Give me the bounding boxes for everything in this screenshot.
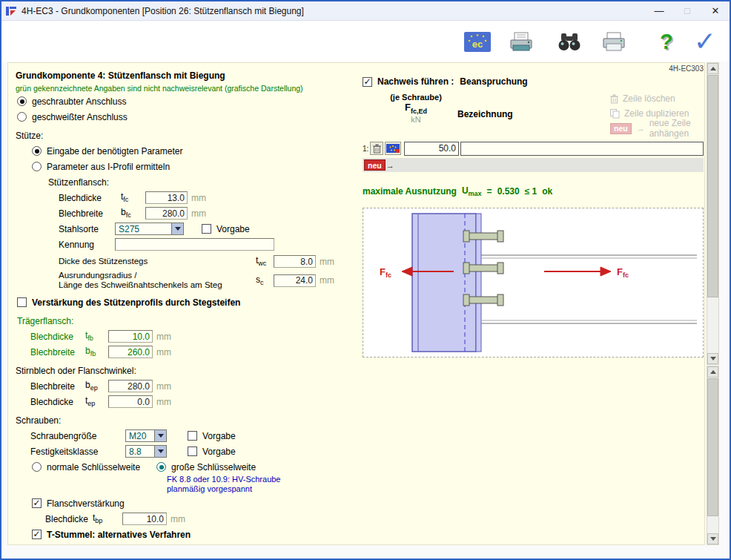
append-row-action[interactable]: neu → neue Zeile anhängen bbox=[610, 121, 705, 136]
scroll-down-icon[interactable] bbox=[707, 533, 718, 544]
klasse-vorgabe-checkbox[interactable] bbox=[188, 447, 197, 456]
duplicate-row-label: Zeile duplizieren bbox=[624, 108, 689, 119]
tep-symbol: tep bbox=[85, 395, 108, 407]
radio-grosse-schluesselweite[interactable] bbox=[156, 462, 166, 472]
radio-normale-label: normale Schlüsselweite bbox=[47, 462, 140, 472]
flanschverstaerkung-label: Flanschverstärkung bbox=[47, 498, 125, 509]
tstummel-label: T-Stummel: alternatives Verfahren bbox=[47, 530, 191, 540]
eu-flag-button[interactable] bbox=[385, 142, 401, 155]
stegsteifen-checkbox[interactable] bbox=[17, 297, 27, 307]
bfb-input[interactable] bbox=[108, 346, 153, 358]
print-list-button[interactable] bbox=[509, 30, 535, 53]
bezeichnung-input[interactable] bbox=[460, 142, 704, 156]
scroll-up-icon[interactable] bbox=[707, 366, 718, 378]
festigkeitsklasse-value: 8.8 bbox=[126, 446, 154, 457]
dropdown-arrow-icon[interactable] bbox=[171, 223, 183, 234]
scroll-up-icon[interactable] bbox=[707, 63, 718, 74]
tfc-label: Blechdicke bbox=[59, 193, 121, 203]
scrollbar-thumb[interactable] bbox=[707, 378, 718, 516]
scrollbar-lower[interactable] bbox=[707, 366, 719, 545]
force-label-right: Ffc bbox=[617, 266, 629, 279]
input-panel: Grundkomponente 4: Stützenflansch mit Bi… bbox=[16, 69, 360, 542]
result-label: maximale Ausnutzung bbox=[363, 186, 457, 197]
radio-normale-schluesselweite[interactable] bbox=[32, 462, 42, 472]
append-row-bar: neu → bbox=[363, 158, 704, 172]
schraubengroesse-value: M20 bbox=[126, 430, 154, 441]
search-button[interactable] bbox=[556, 30, 583, 53]
nachweis-value: Beanspruchung bbox=[460, 76, 527, 87]
force-column-header: (je Schraube) Ffc,Ed kN bbox=[370, 93, 462, 124]
confirm-button[interactable]: ✓ bbox=[694, 26, 716, 57]
tfb-unit: mm bbox=[156, 332, 171, 342]
row-delete-button[interactable] bbox=[370, 142, 383, 155]
nachweis-checkbox[interactable] bbox=[363, 77, 372, 87]
kennung-input[interactable] bbox=[115, 238, 274, 251]
close-button[interactable]: ✕ bbox=[701, 1, 730, 21]
hv-note: FK 8.8 oder 10.9: HV-Schraubeplanmäßig v… bbox=[167, 475, 360, 494]
dropdown-arrow-icon[interactable] bbox=[154, 430, 166, 441]
bep-input[interactable] bbox=[108, 380, 153, 392]
radio-from-profile[interactable] bbox=[32, 162, 42, 171]
stahlsorte-vorgabe-checkbox[interactable] bbox=[202, 224, 211, 234]
stegsteifen-label: Verstärkung des Stützenprofils durch Ste… bbox=[32, 297, 240, 308]
stahlsorte-select[interactable]: S275 bbox=[115, 223, 184, 235]
result-value: 0.530 bbox=[497, 186, 520, 197]
neu-button[interactable]: neu bbox=[364, 159, 386, 171]
twc-unit: mm bbox=[320, 257, 334, 267]
eu-flag-icon bbox=[386, 144, 400, 153]
tbp-symbol: tbp bbox=[93, 513, 122, 524]
stuetze-section-label: Stütze: bbox=[16, 128, 360, 143]
bfb-symbol: bfb bbox=[85, 346, 108, 358]
minimize-button[interactable]: — bbox=[645, 1, 673, 21]
delete-row-action[interactable]: Zeile löschen bbox=[610, 91, 705, 106]
dropdown-arrow-icon[interactable] bbox=[154, 446, 166, 457]
radio-param-input[interactable] bbox=[32, 146, 42, 156]
stirnblech-section-label: Stirnblech oder Flanschwinkel: bbox=[16, 363, 360, 378]
tstummel-checkbox[interactable] bbox=[32, 530, 42, 539]
maximize-button[interactable]: □ bbox=[673, 1, 701, 21]
eu-ec-icon: ec bbox=[464, 32, 491, 52]
tep-input[interactable] bbox=[108, 395, 153, 408]
radio-welded-label: geschweißter Anschluss bbox=[32, 112, 128, 122]
tfb-input[interactable] bbox=[108, 330, 153, 343]
row-index: 1: bbox=[363, 145, 370, 153]
bfb-row: Blechbreite bfb mm bbox=[30, 344, 360, 360]
schluesselweite-row: normale Schlüsselweite große Schlüsselwe… bbox=[32, 459, 360, 475]
table-header: (je Schraube) Ffc,Ed kN Bezeichnung bbox=[363, 91, 705, 140]
tbp-input[interactable] bbox=[122, 513, 167, 525]
groesse-vorgabe-checkbox[interactable] bbox=[188, 431, 197, 441]
eurocode-button[interactable]: ec bbox=[464, 32, 491, 52]
scroll-down-icon[interactable] bbox=[707, 353, 718, 364]
bfc-input[interactable] bbox=[145, 207, 188, 220]
flanschverstaerkung-checkbox[interactable] bbox=[32, 498, 42, 508]
traegerflansch-label: Trägerflansch: bbox=[17, 313, 360, 329]
neu-chip-disabled[interactable]: neu bbox=[610, 123, 632, 134]
stahlsorte-value: S275 bbox=[116, 223, 171, 234]
twc-input[interactable] bbox=[274, 255, 316, 268]
force-input[interactable] bbox=[404, 142, 459, 156]
schraubengroesse-select[interactable]: M20 bbox=[125, 429, 167, 442]
load-table-row-1: 1: bbox=[363, 140, 705, 157]
radio-welded-connection[interactable] bbox=[17, 112, 27, 122]
radio-bolted-connection[interactable] bbox=[17, 96, 27, 106]
kennung-row: Kennung bbox=[59, 237, 360, 252]
scrollbar-thumb[interactable] bbox=[707, 75, 718, 297]
window-title: 4H-EC3 - Grundkomponenten [Position 26: … bbox=[22, 6, 304, 16]
scrollbar-upper[interactable] bbox=[707, 62, 719, 365]
print-button[interactable] bbox=[601, 30, 627, 53]
tfc-unit: mm bbox=[191, 193, 206, 203]
printer-icon bbox=[601, 30, 627, 53]
connection-diagram: Ffc Ffc bbox=[363, 208, 704, 358]
tfc-input[interactable] bbox=[145, 191, 188, 204]
festigkeitsklasse-select[interactable]: 8.8 bbox=[125, 445, 167, 458]
nachweis-row: Nachweis führen : Beanspruchung bbox=[363, 73, 705, 90]
main-content: Grundkomponente 4: Stützenflansch mit Bi… bbox=[7, 62, 705, 545]
tbp-row: Blechdicke tbp mm bbox=[45, 511, 360, 527]
sc-input[interactable] bbox=[274, 274, 316, 287]
help-button[interactable]: ? bbox=[660, 30, 673, 54]
radio-bolted-label: geschraubter Anschluss bbox=[32, 96, 126, 107]
param-input-option-row: Eingabe der benötigten Parameter bbox=[32, 143, 360, 159]
twc-label: Dicke des Stützenstegs bbox=[59, 257, 256, 266]
stahlsorte-label: Stahlsorte bbox=[59, 224, 115, 234]
row-actions: Zeile löschen Zeile duplizieren neu → ne… bbox=[610, 91, 705, 136]
